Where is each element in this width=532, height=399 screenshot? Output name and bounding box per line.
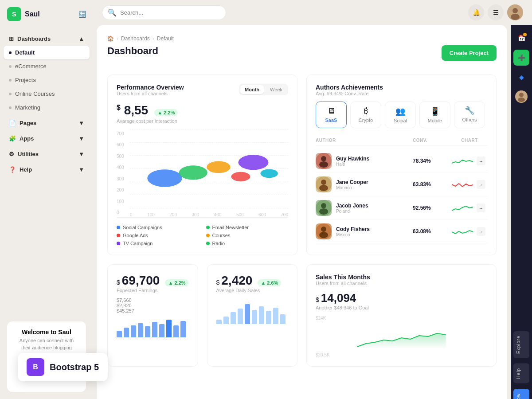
bar (152, 322, 157, 337)
author-conv-cody: 63.08% (413, 228, 448, 235)
bootstrap-text: Bootstrap 5 (50, 362, 99, 372)
svg-point-29 (319, 232, 328, 238)
view-arrow-jacob[interactable]: → (477, 203, 485, 212)
create-project-button[interactable]: Create Project (442, 45, 497, 61)
add-icon[interactable]: ➕ (513, 50, 529, 66)
calendar-icon[interactable]: 📅 (513, 30, 529, 46)
chart-area: 0 100 200 300 400 500 600 700 (130, 129, 288, 217)
author-info-guy: Guy Hawkins Haiti (316, 153, 409, 169)
sidebar-item-dashboards[interactable]: ⊞ Dashboards ▲ (4, 32, 90, 46)
legend-google-ads: Google Ads (117, 233, 199, 238)
view-arrow-jane[interactable]: → (477, 180, 485, 189)
sidebar-item-default[interactable]: Default (4, 46, 90, 59)
bar (216, 320, 222, 324)
cat-tab-mobile[interactable]: 📱 Mobile (419, 102, 450, 128)
dashboard-grid: Performance Overview Users from all chan… (107, 74, 497, 367)
sidebar: S Saul 🔙 ⊞ Dashboards ▲ Default eCommerc… (0, 0, 93, 399)
bar (280, 314, 286, 325)
bar (259, 306, 264, 324)
cat-tab-social[interactable]: 👥 Social (385, 102, 416, 128)
sidebar-item-marketing[interactable]: Marketing (4, 101, 90, 114)
breadcrumb-home[interactable]: 🏠 (107, 35, 114, 42)
legend-dot-social (117, 226, 120, 229)
daily-sales-bar-chart (216, 302, 289, 324)
view-arrow-cody[interactable]: → (477, 227, 485, 236)
mini-chart-cody: → (452, 227, 487, 236)
svg-point-19 (321, 156, 326, 161)
app-name: Saul (25, 10, 40, 18)
social-icon: 👥 (395, 106, 405, 116)
sidebar-header: S Saul 🔙 (0, 0, 93, 28)
dashboards-label: Dashboards (17, 35, 51, 42)
bubble-chart: 700 600 500 400 300 200 100 0 (117, 129, 288, 218)
sidebar-item-pages[interactable]: 📄 Pages ▼ (4, 116, 90, 130)
col-conv: CONV. (413, 138, 448, 143)
category-tabs: 🖥 SaaS ₿ Crypto 👥 Social 📱 (316, 102, 487, 128)
sales-month-card: Sales This Months Users from all channel… (306, 264, 497, 367)
notifications-icon[interactable]: 🔔 (468, 4, 484, 20)
ecommerce-label: eCommerce (15, 63, 47, 70)
diamond-icon[interactable]: ◆ (513, 69, 529, 85)
chart-legend: Social Campaigns Email Newsletter Google… (117, 225, 288, 246)
svg-point-28 (321, 227, 326, 232)
period-month-button[interactable]: Month (240, 85, 264, 94)
sidebar-item-ecommerce[interactable]: eCommerce (4, 59, 90, 73)
explore-button[interactable]: Explore (513, 331, 529, 358)
settings-icon[interactable]: ☰ (488, 4, 504, 20)
logo-letter: S (12, 11, 16, 18)
sidebar-item-help[interactable]: ❓ Help ▼ (4, 163, 90, 176)
mobile-label: Mobile (428, 118, 442, 123)
cat-tab-crypto[interactable]: ₿ Crypto (350, 102, 381, 128)
svg-point-23 (319, 185, 328, 191)
view-arrow-guy[interactable]: → (477, 156, 485, 165)
others-icon: 🔧 (465, 106, 474, 115)
sidebar-item-utilities[interactable]: ⚙ Utilities ▼ (4, 147, 90, 161)
pages-icon: 📄 (9, 120, 16, 126)
cat-tab-saas[interactable]: 🖥 SaaS (316, 102, 347, 128)
svg-point-17 (261, 169, 278, 178)
authors-card: Authors Achievements Avg. 69.34% Conv. R… (306, 74, 497, 255)
nav-group-help: ❓ Help ▼ (4, 163, 90, 176)
svg-point-13 (179, 165, 207, 180)
daily-sales-value-row: $ 2,420 ▲ 2.6% (216, 274, 289, 288)
avatar-far[interactable] (513, 89, 529, 105)
buy-now-button[interactable]: Buy now (513, 389, 529, 399)
sidebar-item-projects[interactable]: Projects (4, 73, 90, 87)
content-header: Dashboard Create Project (107, 45, 497, 66)
sales-month-value-row: $ 14,094 (316, 291, 487, 305)
main-area: 🔍 🔔 ☰ 🏠 › Dashboards › Default Dashboard (93, 0, 532, 399)
help-arrow: ▼ (78, 166, 84, 173)
content-area: 🏠 › Dashboards › Default Dashboard Creat… (93, 25, 532, 399)
app-logo: S (7, 7, 21, 21)
sidebar-item-apps[interactable]: 🧩 Apps ▼ (4, 132, 90, 145)
breadcrumb-current: Default (157, 35, 174, 42)
chart-y-labels: 700 600 500 400 300 200 100 0 (117, 129, 124, 217)
period-toggle: Month Week (239, 84, 288, 95)
legend-dot-email (206, 226, 210, 229)
avatar[interactable] (507, 4, 523, 20)
search-box[interactable]: 🔍 (102, 5, 226, 20)
author-country-jane: Monaco (336, 185, 368, 190)
mini-chart-jane: → (452, 180, 487, 189)
pages-label: Pages (20, 120, 36, 126)
bar (166, 320, 172, 337)
col-author: AUTHOR (316, 138, 409, 143)
author-conv-guy: 78.34% (413, 158, 448, 164)
breadcrumb-dashboards[interactable]: Dashboards (121, 35, 150, 42)
bar (180, 321, 186, 338)
authors-header: Authors Achievements Avg. 69.34% Conv. R… (316, 84, 487, 96)
svg-point-33 (518, 98, 525, 102)
sidebar-item-online-courses[interactable]: Online Courses (4, 87, 90, 101)
author-conv-jacob: 92.56% (413, 205, 448, 211)
mini-chart-guy: → (452, 156, 487, 165)
period-week-button[interactable]: Week (266, 85, 287, 94)
earnings-card: $ 69,700 ▲ 2.2% Expected Earnings $7,660… (107, 264, 198, 367)
author-row-jane: Jane Cooper Monaco 63.83% → (316, 173, 487, 196)
help-button[interactable]: Help (513, 364, 529, 383)
back-icon[interactable]: 🔙 (78, 11, 86, 18)
crypto-icon: ₿ (364, 106, 368, 116)
bar (245, 304, 250, 324)
cat-tab-others[interactable]: 🔧 Others (454, 102, 485, 128)
mobile-icon: 📱 (430, 106, 440, 116)
search-input[interactable] (120, 9, 220, 16)
